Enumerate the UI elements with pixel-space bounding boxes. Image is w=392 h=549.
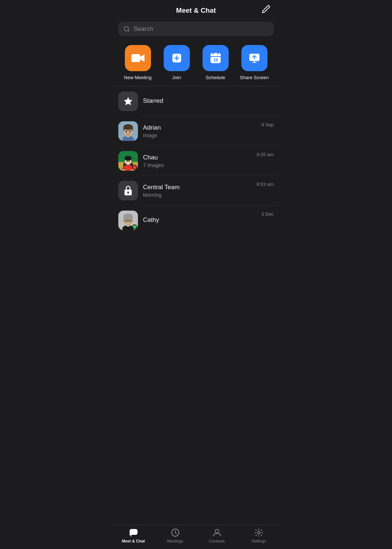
video-icon (131, 53, 145, 63)
lock-icon (123, 184, 133, 197)
share-screen-label: Share Screen (240, 75, 269, 80)
chat-name: Cathy (143, 216, 256, 224)
svg-text:19: 19 (213, 58, 217, 62)
search-placeholder: Search (134, 25, 153, 33)
list-item[interactable]: Starred (113, 86, 279, 116)
avatar (118, 181, 138, 200)
chat-time: 3 Dec (261, 211, 274, 217)
list-item[interactable]: Adrian Image 9 Sep (113, 116, 279, 146)
share-screen-icon (248, 51, 261, 65)
svg-rect-2 (131, 54, 140, 62)
chat-info: Central Team Morning (143, 184, 252, 198)
edit-icon (262, 5, 270, 13)
header: Meet & Chat (113, 0, 279, 18)
chat-time: 8:53 am (257, 182, 274, 187)
schedule-button[interactable]: 19 Schedule (196, 45, 235, 80)
chat-preview: Image (143, 133, 256, 138)
svg-rect-16 (132, 127, 133, 131)
list-item[interactable]: Chau 7 Images 9:35 am (113, 146, 279, 176)
chat-preview: 7 Images (143, 162, 252, 168)
svg-rect-5 (213, 52, 214, 54)
new-meeting-button[interactable]: New Meeting (118, 45, 157, 80)
search-bar[interactable]: Search (118, 22, 274, 36)
list-item[interactable]: Cathy 3 Dec (113, 206, 279, 235)
chat-name: Chau (143, 154, 252, 161)
svg-point-25 (124, 165, 132, 171)
chat-time: 9:35 am (257, 152, 274, 157)
svg-point-35 (123, 214, 133, 219)
search-container: Search (113, 18, 279, 41)
join-icon-wrap (164, 45, 190, 71)
join-label: Join (172, 75, 181, 80)
avatar (118, 92, 138, 111)
chat-time: 9 Sep (261, 122, 274, 127)
chat-info: Starred (143, 97, 274, 106)
action-buttons: New Meeting Join 19 (113, 41, 279, 86)
chat-name: Starred (143, 97, 274, 105)
svg-rect-7 (211, 56, 221, 57)
new-meeting-icon-wrap (125, 45, 151, 71)
chat-list: Starred (113, 86, 279, 235)
schedule-icon-wrap: 19 (203, 45, 229, 71)
svg-point-27 (129, 161, 130, 162)
svg-rect-15 (123, 127, 124, 131)
svg-rect-30 (128, 192, 128, 194)
share-screen-button[interactable]: Share Screen (235, 45, 274, 80)
record-indicator (132, 165, 137, 170)
svg-point-26 (127, 161, 128, 162)
avatar (118, 211, 138, 230)
avatar (118, 151, 138, 171)
svg-point-17 (126, 131, 127, 133)
svg-point-24 (124, 156, 132, 161)
share-screen-icon-wrap (241, 45, 268, 71)
svg-rect-37 (132, 216, 133, 220)
chat-name: Adrian (143, 124, 256, 131)
svg-rect-6 (217, 52, 219, 54)
svg-rect-36 (123, 216, 124, 220)
list-item[interactable]: Central Team Morning 8:53 am (113, 176, 279, 206)
schedule-label: Schedule (205, 75, 225, 80)
chat-info: Adrian Image (143, 124, 256, 138)
adrian-avatar-svg (118, 121, 138, 141)
chat-info: Cathy (143, 216, 256, 225)
chat-info: Chau 7 Images (143, 154, 252, 168)
edit-button[interactable] (260, 3, 272, 15)
calendar-icon: 19 (209, 51, 222, 65)
plus-icon (170, 52, 183, 65)
chat-name: Central Team (143, 184, 252, 191)
join-button[interactable]: Join (157, 45, 196, 80)
page-title: Meet & Chat (176, 7, 216, 15)
new-meeting-label: New Meeting (124, 75, 152, 80)
svg-point-14 (123, 124, 133, 130)
star-icon (123, 96, 133, 106)
chat-preview: Morning (143, 192, 252, 198)
search-icon (123, 26, 130, 32)
svg-point-18 (129, 131, 131, 133)
avatar (118, 121, 138, 141)
online-status-indicator (132, 224, 137, 229)
